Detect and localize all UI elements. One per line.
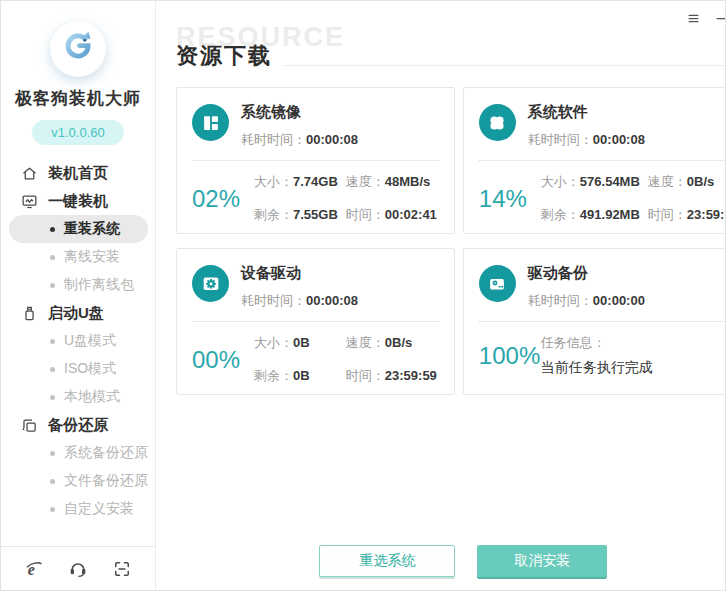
bullet-icon <box>50 255 55 260</box>
app-name: 极客狗装机大师 <box>1 87 155 110</box>
nav-label: 制作离线包 <box>64 276 134 294</box>
elapsed-value: 00:00:08 <box>306 132 358 147</box>
page-header: RESOURCE 资源下载 <box>176 31 726 71</box>
elapsed-time: 耗时时间：00:00:08 <box>241 292 358 310</box>
stat-item: 时间：00:02:41 <box>346 206 437 224</box>
stat-label: 剩余： <box>541 207 580 222</box>
gear-box-icon <box>192 265 229 302</box>
cancel-install-button[interactable]: 取消安装 <box>477 545 607 577</box>
reselect-system-button[interactable]: 重选系统 <box>319 545 455 577</box>
restore-icon <box>21 417 38 434</box>
stat-item: 剩余：7.55GB <box>254 206 338 224</box>
card-device-driver: 设备驱动 耗时时间：00:00:08 00% 大小：0B 速度：0B/s 剩余：… <box>176 248 455 395</box>
stats-grid: 大小：0B 速度：0B/s 剩余：0B 时间：23:59:59 <box>254 334 439 385</box>
stat-value: 00:02:41 <box>385 207 437 222</box>
title-row: 资源下载 <box>176 41 726 71</box>
window-controls <box>686 11 726 26</box>
stat-item: 速度：0B/s <box>346 334 437 352</box>
elapsed-label: 耗时时间： <box>528 132 593 147</box>
version-badge: v1.0.0.60 <box>32 120 124 145</box>
stat-item: 速度：0B/s <box>648 173 726 191</box>
stat-item: 剩余：491.92MB <box>541 206 640 224</box>
bullet-icon <box>50 227 55 232</box>
progress-percent: 00% <box>192 346 254 374</box>
stat-label: 时间： <box>346 368 385 383</box>
stat-label: 剩余： <box>254 368 293 383</box>
nav-label: 一键装机 <box>48 192 108 211</box>
stat-value: 7.74GB <box>293 174 338 189</box>
title-divider <box>284 65 726 66</box>
home-icon <box>21 165 38 182</box>
sidebar-item-usb-mode[interactable]: U盘模式 <box>1 327 155 355</box>
scan-icon[interactable] <box>112 559 132 579</box>
progress-percent: 02% <box>192 185 254 213</box>
stat-item: 时间：23:59:59 <box>346 367 437 385</box>
headset-icon[interactable] <box>68 559 88 579</box>
app-window: 极客狗装机大师 v1.0.0.60 装机首页 一键装机 重装系统 离线安装 制作… <box>0 0 726 591</box>
ie-icon[interactable]: e <box>24 559 44 579</box>
sidebar-item-iso-mode[interactable]: ISO模式 <box>1 355 155 383</box>
menu-icon[interactable] <box>686 11 701 26</box>
sidebar-item-custom-install[interactable]: 自定义安装 <box>1 495 155 523</box>
card-title: 设备驱动 <box>241 264 358 283</box>
sidebar-item-backup-restore[interactable]: 备份还原 <box>1 411 155 439</box>
nav-label: 文件备份还原 <box>64 472 148 490</box>
stats-grid: 大小：7.74GB 速度：48MB/s 剩余：7.55GB 时间：00:02:4… <box>254 173 439 224</box>
task-message-text: 当前任务执行完成 <box>541 359 726 377</box>
sidebar-item-reinstall-system[interactable]: 重装系统 <box>9 215 148 243</box>
stat-label: 剩余： <box>254 207 293 222</box>
page-title: 资源下载 <box>176 41 272 71</box>
stat-label: 速度： <box>346 174 385 189</box>
nav-label: 自定义安装 <box>64 500 134 518</box>
nav-label: 系统备份还原 <box>64 444 148 462</box>
sidebar-item-local-mode[interactable]: 本地模式 <box>1 383 155 411</box>
stat-label: 时间： <box>346 207 385 222</box>
progress-percent: 100% <box>479 342 541 370</box>
bullet-icon <box>50 367 55 372</box>
sidebar-item-file-backup-restore[interactable]: 文件备份还原 <box>1 467 155 495</box>
card-title: 系统软件 <box>528 103 645 122</box>
stat-label: 时间： <box>648 207 687 222</box>
bullet-icon <box>50 479 55 484</box>
elapsed-time: 耗时时间：00:00:00 <box>528 292 645 310</box>
card-system-image: 系统镜像 耗时时间：00:00:08 02% 大小：7.74GB 速度：48MB… <box>176 87 455 234</box>
nav-label: 启动U盘 <box>48 304 104 323</box>
card-driver-backup: 驱动备份 耗时时间：00:00:00 100% 任务信息： 当前任务执行完成 <box>463 248 726 395</box>
drive-icon <box>479 265 516 302</box>
stat-label: 大小： <box>254 335 293 350</box>
minimize-icon[interactable] <box>714 11 726 26</box>
stat-value: 0B/s <box>687 174 714 189</box>
bullet-icon <box>50 339 55 344</box>
sidebar-item-make-offline-package[interactable]: 制作离线包 <box>1 271 155 299</box>
sidebar-item-offline-install[interactable]: 离线安装 <box>1 243 155 271</box>
bullet-icon <box>50 507 55 512</box>
usb-icon <box>21 305 38 322</box>
nav-label: 备份还原 <box>48 416 108 435</box>
sidebar-item-one-key-install[interactable]: 一键装机 <box>1 187 155 215</box>
elapsed-label: 耗时时间： <box>241 293 306 308</box>
elapsed-label: 耗时时间： <box>241 132 306 147</box>
bullet-icon <box>50 283 55 288</box>
card-title: 系统镜像 <box>241 103 358 122</box>
bullet-icon <box>50 451 55 456</box>
sidebar: 极客狗装机大师 v1.0.0.60 装机首页 一键装机 重装系统 离线安装 制作… <box>1 1 156 590</box>
nav-label: U盘模式 <box>64 332 116 350</box>
dotted-divider <box>192 321 439 322</box>
main-panel: RESOURCE 资源下载 系统镜像 耗时时间：00:00:08 02% 大小：… <box>156 1 726 590</box>
stat-item: 大小：0B <box>254 334 310 352</box>
nav-label: 装机首页 <box>48 164 108 183</box>
task-message-label: 任务信息： <box>541 335 606 350</box>
task-message: 任务信息： 当前任务执行完成 <box>541 334 726 377</box>
action-buttons: 重选系统取消安装 <box>156 545 726 577</box>
stat-value: 23:59:59 <box>385 368 437 383</box>
elapsed-label: 耗时时间： <box>528 293 593 308</box>
stat-value: 48MB/s <box>385 174 431 189</box>
dotted-divider <box>192 160 439 161</box>
elapsed-value: 00:00:00 <box>593 293 645 308</box>
sidebar-item-system-backup-restore[interactable]: 系统备份还原 <box>1 439 155 467</box>
sidebar-item-boot-usb[interactable]: 启动U盘 <box>1 299 155 327</box>
nav-label: 离线安装 <box>64 248 120 266</box>
stat-label: 大小： <box>541 174 580 189</box>
elapsed-time: 耗时时间：00:00:08 <box>241 131 358 149</box>
sidebar-item-home[interactable]: 装机首页 <box>1 159 155 187</box>
